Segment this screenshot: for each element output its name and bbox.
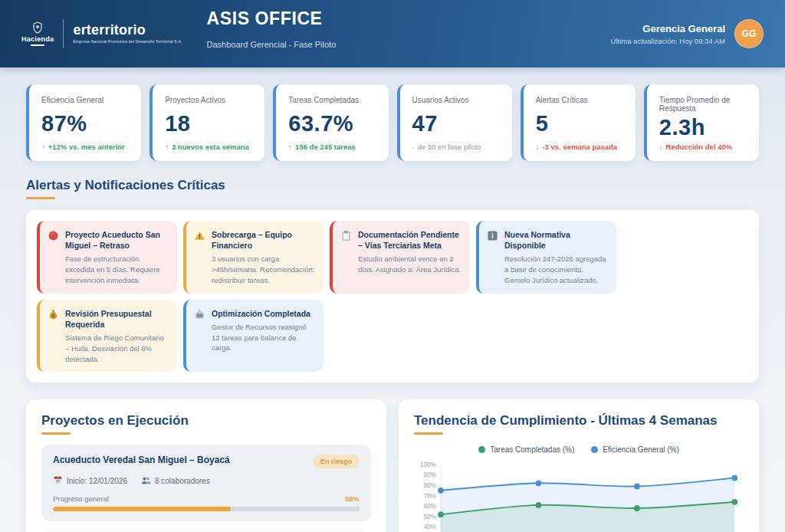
kpi-card: Proyectos Activos18↑3 nuevos esta semana	[149, 84, 264, 161]
kpi-delta-text: -3 vs. semana pasada	[542, 143, 617, 151]
avatar[interactable]: GG	[734, 19, 764, 48]
enterritorio-logo: erterritorio Empresa Nacional Promotora …	[73, 23, 182, 44]
info-icon	[487, 230, 498, 241]
alert-card[interactable]: Nueva Normativa DisponibleResolución 247…	[476, 221, 616, 294]
progress-bar	[53, 507, 360, 511]
status-badge: En riesgo	[313, 455, 360, 468]
kpi-delta: ·de 50 en fase piloto	[412, 143, 501, 151]
enterritorio-logo-text: erterritorio	[73, 23, 182, 38]
progress-bar-fill	[53, 507, 231, 511]
alert-title: Optimización Completada	[212, 308, 316, 319]
project-card[interactable]: Acueducto Veredal San Miguel – BoyacáEn …	[41, 445, 371, 521]
kpi-delta-text: 156 de 245 tareas	[295, 143, 356, 151]
kpi-card: Alertas Críticas5↓-3 vs. semana pasada	[521, 84, 636, 161]
alert-card[interactable]: Proyecto Acueducto San Miguel – RetrasoF…	[37, 221, 177, 294]
kpi-delta-text: Reducción del 40%	[666, 143, 733, 151]
legend-label: Eficiencia General (%)	[603, 445, 678, 454]
kpi-delta-text: de 50 en fase piloto	[418, 143, 481, 151]
calendar-icon: 17	[53, 475, 63, 487]
trend-line-chart: 0%10%20%30%40%50%60%70%80%90%100%Semana …	[414, 458, 744, 532]
legend-item: Eficiencia General (%)	[591, 445, 678, 454]
kpi-value: 2.3h	[659, 115, 748, 140]
svg-text:40%: 40%	[424, 524, 437, 531]
legend-dot-icon	[478, 446, 485, 453]
project-name: Acueducto Veredal San Miguel – Boyacá	[53, 455, 230, 465]
alert-body: Estudio ambiental vence en 2 días. Asign…	[358, 254, 462, 275]
kpi-delta: ↓-3 vs. semana pasada	[536, 143, 625, 151]
kpi-value: 47	[412, 111, 501, 136]
trend-section-title: Tendencia de Cumplimiento - Últimas 4 Se…	[414, 413, 744, 429]
warning-icon	[194, 230, 205, 241]
kpi-value: 18	[165, 111, 254, 136]
trend-up-icon: ↑	[288, 143, 292, 151]
kpi-card: Tareas Completadas63.7%↑156 de 245 tarea…	[273, 84, 388, 161]
alert-body: Sistema de Riego Comunitario – Huila. De…	[65, 333, 169, 364]
alert-body: Fase de estructuración excedida en 5 día…	[65, 254, 169, 285]
alert-card[interactable]: Sobrecarga – Equipo Financiero3 usuarios…	[183, 221, 324, 294]
trend-up-icon: ↑	[165, 143, 169, 151]
kpi-delta: ↑+12% vs. mes anterior	[41, 143, 130, 151]
projects-list: Acueducto Veredal San Miguel – BoyacáEn …	[41, 445, 371, 532]
hacienda-logo: Hacienda	[21, 21, 54, 46]
money-bag-icon: $	[48, 309, 59, 320]
clipboard-icon	[340, 230, 352, 241]
project-collaborators: 8 colaboradores	[155, 477, 210, 485]
alert-body: Resolución 247-2026 agregada a base de c…	[504, 254, 609, 285]
kpi-delta: ↑156 de 245 tareas	[288, 143, 377, 151]
kpi-label: Eficiencia General	[41, 96, 130, 104]
alerts-panel: Proyecto Acueducto San Miguel – RetrasoF…	[26, 210, 759, 383]
legend-label: Tareas Completadas (%)	[490, 445, 574, 454]
progress-label: Progreso general	[53, 494, 109, 503]
kpi-card: Eficiencia General87%↑+12% vs. mes anter…	[26, 84, 141, 161]
trend-down-icon: ↓	[536, 143, 540, 151]
alert-card[interactable]: $Revisión Presupuestal RequeridaSistema …	[37, 300, 177, 373]
alert-title: Documentación Pendiente – Vías Terciaria…	[358, 229, 462, 251]
alert-title: Revisión Presupuestal Requerida	[65, 308, 169, 330]
project-start-date: Inicio: 12/01/2026	[67, 477, 127, 485]
bottom-grid: Proyectos en Ejecución Acueducto Veredal…	[26, 399, 759, 532]
header-title-block: ASIS OFFICE Dashboard Gerencial - Fase P…	[207, 0, 611, 49]
title-accent-bar	[41, 432, 71, 435]
projects-section-title: Proyectos en Ejecución	[41, 413, 371, 429]
last-update: Última actualización: Hoy 09:34 AM	[611, 37, 725, 45]
kpi-label: Tiempo Promedio de Respuesta	[659, 96, 748, 113]
projects-panel: Proyectos en Ejecución Acueducto Veredal…	[26, 399, 386, 532]
alert-card[interactable]: Optimización CompletadaGestor de Recurso…	[183, 300, 324, 373]
svg-text:60%: 60%	[424, 503, 437, 510]
trend-up-icon: ↑	[41, 143, 45, 151]
kpi-value: 5	[536, 111, 625, 136]
user-block: Gerencia General Última actualización: H…	[611, 19, 764, 48]
enterritorio-tagline: Empresa Nacional Promotora del Desarroll…	[73, 40, 182, 44]
legend-item: Tareas Completadas (%)	[478, 445, 574, 454]
dashboard-main: Eficiencia General87%↑+12% vs. mes anter…	[0, 67, 785, 532]
alert-title: Nueva Normativa Disponible	[504, 229, 609, 251]
legend-dot-icon	[591, 446, 598, 453]
trend-down-icon: ↓	[659, 143, 663, 151]
progress-percent: 58%	[345, 494, 360, 503]
title-accent-bar	[26, 197, 55, 199]
trend-chart-panel: Tendencia de Cumplimiento - Últimas 4 Se…	[399, 399, 759, 532]
kpi-delta-text: +12% vs. mes anterior	[48, 143, 125, 151]
svg-text:80%: 80%	[424, 482, 437, 489]
users-icon	[141, 475, 151, 487]
hacienda-logo-underline	[31, 44, 44, 46]
kpi-row: Eficiencia General87%↑+12% vs. mes anter…	[26, 84, 759, 161]
trend-neutral-icon: ·	[412, 143, 415, 151]
page-title: ASIS OFFICE	[207, 8, 611, 29]
svg-text:90%: 90%	[424, 472, 437, 479]
title-accent-bar	[414, 432, 443, 435]
svg-text:17: 17	[56, 480, 60, 484]
alert-card[interactable]: Documentación Pendiente – Vías Terciaria…	[330, 221, 470, 294]
brand-logos: Hacienda erterritorio Empresa Nacional P…	[21, 19, 182, 48]
chart-legend: Tareas Completadas (%)Eficiencia General…	[414, 445, 744, 454]
alerts-section: Alertas y Notificaciones Críticas Proyec…	[26, 178, 759, 383]
kpi-card: Usuarios Activos47·de 50 en fase piloto	[397, 84, 512, 161]
alert-body: Gestor de Recursos reasignó 12 tareas pa…	[212, 322, 316, 353]
kpi-card: Tiempo Promedio de Respuesta2.3h↓Reducci…	[644, 84, 759, 161]
kpi-label: Usuarios Activos	[412, 96, 501, 104]
alerts-section-title: Alertas y Notificaciones Críticas	[26, 178, 759, 193]
hacienda-logo-text: Hacienda	[21, 35, 54, 43]
alert-title: Sobrecarga – Equipo Financiero	[212, 229, 316, 251]
kpi-delta: ↑3 nuevos esta semana	[165, 143, 254, 151]
red-circle-icon	[48, 230, 59, 241]
